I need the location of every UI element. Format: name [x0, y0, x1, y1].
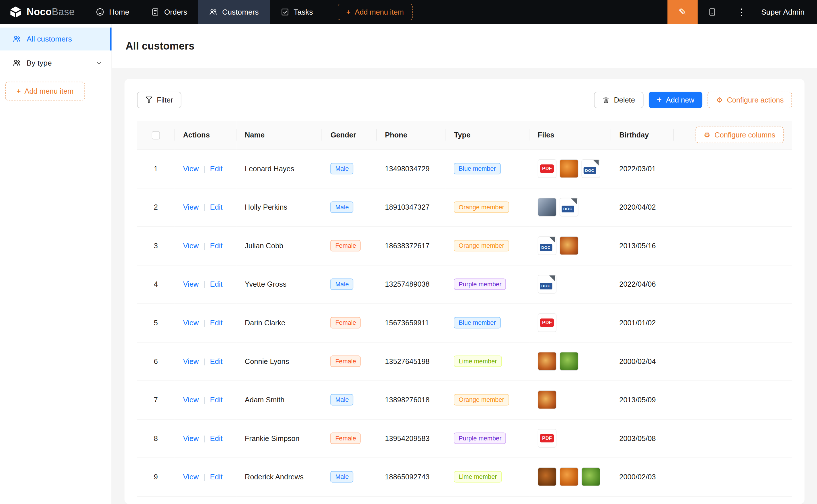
image-thumbnail[interactable]	[538, 198, 556, 216]
more-options-button[interactable]: ⋮	[727, 0, 756, 24]
files-cell: DOC	[529, 188, 611, 227]
birthday-value: 2022/04/06	[619, 280, 656, 288]
view-link[interactable]: View	[183, 395, 198, 404]
image-thumbnail[interactable]	[559, 159, 578, 178]
phone-value: 18910347327	[385, 203, 430, 211]
orders-icon	[151, 8, 159, 16]
image-thumbnail[interactable]	[581, 467, 600, 486]
configure-actions-button[interactable]: ⚙ Configure actions	[708, 92, 792, 108]
name-cell: Yvette Gross	[237, 265, 322, 304]
configure-actions-label: Configure actions	[727, 96, 784, 104]
row-config-cell	[674, 458, 792, 496]
row-index-cell: 3	[137, 227, 174, 265]
add-menu-item-button-sidebar[interactable]: + Add menu item	[5, 82, 85, 100]
add-menu-item-button-header[interactable]: + Add menu item	[337, 4, 413, 20]
name-cell: Connie Lyons	[237, 342, 322, 381]
view-link[interactable]: View	[183, 280, 198, 288]
sidebar-item-by-type[interactable]: By type	[0, 52, 111, 74]
customer-name: Yvette Gross	[245, 280, 287, 288]
pdf-glyph: PDF	[540, 164, 554, 173]
doc-file-icon[interactable]: DOC	[538, 236, 556, 255]
view-link[interactable]: View	[183, 241, 198, 250]
column-header-gender: Gender	[322, 121, 377, 149]
configure-columns-button[interactable]: ⚙ Configure columns	[696, 127, 784, 143]
image-thumbnail[interactable]	[538, 467, 556, 486]
customer-name: Frankie Simpson	[245, 434, 300, 442]
nav-item-home[interactable]: Home	[85, 0, 140, 24]
top-navbar: NocoBase Home Orders Customers	[0, 0, 817, 24]
pdf-glyph: PDF	[540, 318, 554, 327]
files-cell: PDF	[529, 304, 611, 342]
select-all-checkbox[interactable]	[152, 131, 160, 139]
ui-editor-button[interactable]: ✎	[667, 0, 698, 24]
view-link[interactable]: View	[183, 203, 198, 211]
edit-link[interactable]: Edit	[210, 473, 223, 481]
table-row: 9 ViewEdit Roderick Andrews Male 1886509…	[137, 458, 792, 496]
nav-item-label: Tasks	[294, 8, 313, 16]
user-name: Super Admin	[761, 8, 804, 16]
edit-link[interactable]: Edit	[210, 357, 223, 365]
customer-name: Leonard Hayes	[245, 164, 294, 173]
name-cell: Adam Smith	[237, 381, 322, 419]
add-new-button[interactable]: + Add new	[649, 92, 703, 108]
gender-tag: Female	[331, 355, 361, 367]
sidebar-item-all-customers[interactable]: All customers	[0, 27, 111, 50]
filter-button[interactable]: Filter	[137, 92, 181, 108]
doc-file-icon[interactable]: DOC	[581, 159, 600, 178]
edit-link[interactable]: Edit	[210, 241, 223, 250]
view-link[interactable]: View	[183, 473, 198, 481]
edit-link[interactable]: Edit	[210, 434, 223, 442]
view-link[interactable]: View	[183, 164, 198, 173]
gender-tag: Female	[331, 432, 361, 444]
view-link[interactable]: View	[183, 357, 198, 365]
edit-link[interactable]: Edit	[210, 395, 223, 404]
customers-icon	[13, 35, 21, 43]
view-link[interactable]: View	[183, 318, 198, 327]
chevron-down-icon	[96, 60, 102, 66]
edit-link[interactable]: Edit	[210, 280, 223, 288]
row-config-cell	[674, 419, 792, 458]
image-thumbnail[interactable]	[559, 236, 578, 255]
view-link[interactable]: View	[183, 434, 198, 442]
type-cell: Lime member	[446, 342, 529, 381]
user-menu[interactable]: Super Admin	[756, 0, 817, 24]
files-cell: DOC	[529, 265, 611, 304]
pdf-file-icon[interactable]: PDF	[538, 159, 556, 178]
main-nav: Home Orders Customers Tasks	[85, 0, 324, 24]
image-thumbnail[interactable]	[538, 352, 556, 371]
pdf-file-icon[interactable]: PDF	[538, 313, 556, 332]
image-thumbnail[interactable]	[538, 390, 556, 409]
edit-link[interactable]: Edit	[210, 203, 223, 211]
sidebar-item-label: By type	[27, 59, 52, 67]
nav-item-customers[interactable]: Customers	[198, 0, 270, 24]
doc-file-icon[interactable]: DOC	[559, 198, 578, 216]
nocobase-logo[interactable]: NocoBase	[0, 0, 85, 24]
delete-label: Delete	[614, 96, 635, 104]
toolbar-right: Delete + Add new ⚙ Configure actions	[594, 92, 792, 108]
sidebar-item-label: All customers	[27, 35, 72, 43]
trash-icon	[602, 96, 609, 103]
name-cell: Leonard Hayes	[237, 149, 322, 188]
nav-item-tasks[interactable]: Tasks	[270, 0, 324, 24]
row-index: 1	[154, 164, 158, 173]
row-config-cell	[674, 381, 792, 419]
column-header-files: Files	[529, 121, 611, 149]
filter-label: Filter	[157, 96, 173, 104]
page-title: All customers	[125, 40, 194, 52]
nav-item-orders[interactable]: Orders	[140, 0, 198, 24]
edit-link[interactable]: Edit	[210, 164, 223, 173]
row-config-cell	[674, 342, 792, 381]
birthday-cell: 2013/05/09	[611, 381, 674, 419]
mobile-layout-button[interactable]	[698, 0, 727, 24]
delete-button[interactable]: Delete	[594, 92, 643, 108]
image-thumbnail[interactable]	[559, 467, 578, 486]
configure-columns-header: ⚙ Configure columns	[674, 121, 792, 149]
phone-value: 13498034729	[385, 164, 430, 173]
image-thumbnail[interactable]	[559, 352, 578, 371]
customers-table-card: Filter Delete + Add new	[124, 79, 804, 504]
pdf-file-icon[interactable]: PDF	[538, 429, 556, 448]
doc-file-icon[interactable]: DOC	[538, 275, 556, 294]
edit-link[interactable]: Edit	[210, 318, 223, 327]
birthday-value: 2020/04/02	[619, 203, 656, 211]
plus-icon: +	[17, 87, 21, 95]
